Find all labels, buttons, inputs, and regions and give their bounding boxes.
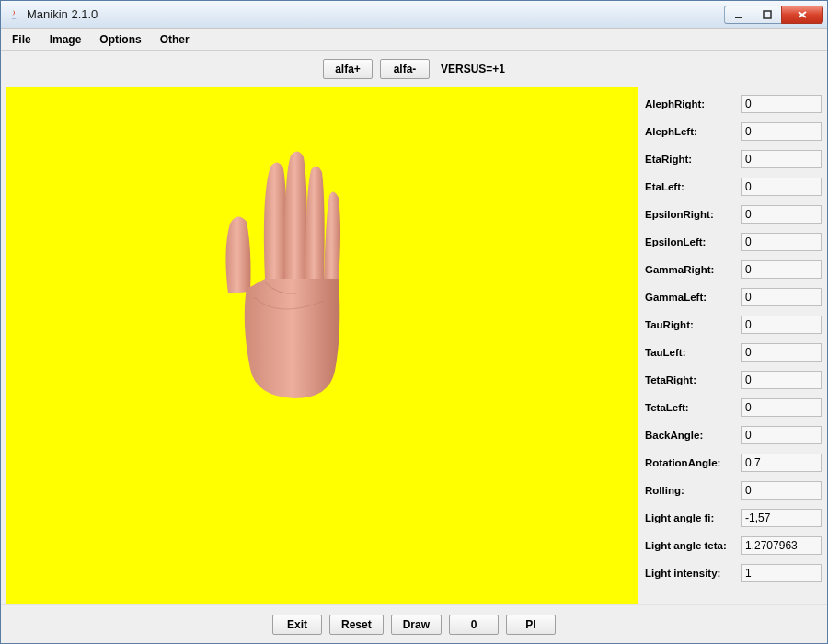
exit-button[interactable]: Exit (272, 615, 322, 635)
property-label: TauLeft: (645, 347, 737, 358)
property-input[interactable] (741, 454, 822, 472)
property-input[interactable] (741, 233, 822, 251)
property-input[interactable] (741, 481, 822, 500)
property-input[interactable] (741, 150, 822, 168)
main-area: AlephRight:AlephLeft:EtaRight:EtaLeft:Ep… (1, 87, 827, 604)
svg-rect-1 (764, 11, 771, 18)
menu-file[interactable]: File (3, 30, 40, 49)
window-title: Manikin 2.1.0 (27, 7, 725, 21)
property-label: Light intensity: (645, 568, 737, 579)
property-label: EtaLeft: (645, 181, 737, 192)
titlebar: Manikin 2.1.0 (1, 1, 827, 29)
property-label: EpsilonLeft: (645, 236, 737, 247)
close-icon (797, 10, 808, 19)
property-row: Light angle fi: (645, 505, 822, 531)
alfa-plus-button[interactable]: alfa+ (323, 59, 373, 79)
property-label: TetaLeft: (645, 402, 737, 413)
pi-button[interactable]: PI (506, 615, 556, 635)
viewport-canvas[interactable] (6, 87, 638, 604)
java-icon (6, 7, 21, 22)
property-label: GammaRight: (645, 264, 737, 275)
menu-options[interactable]: Options (90, 30, 150, 49)
property-input[interactable] (741, 398, 822, 417)
property-row: GammaRight: (645, 257, 822, 282)
property-input[interactable] (741, 260, 822, 279)
property-row: EtaRight: (645, 146, 822, 172)
property-input[interactable] (741, 426, 822, 444)
property-row: Light angle teta: (645, 533, 822, 558)
property-row: EpsilonLeft: (645, 229, 822, 255)
properties-panel: AlephRight:AlephLeft:EtaRight:EtaLeft:Ep… (645, 87, 822, 604)
property-input[interactable] (741, 316, 822, 334)
property-row: EtaLeft: (645, 174, 822, 200)
property-row: Rolling: (645, 477, 822, 503)
property-row: TetaRight: (645, 367, 822, 393)
property-row: AlephRight: (645, 91, 822, 117)
svg-rect-0 (735, 17, 742, 18)
property-label: GammaLeft: (645, 292, 737, 303)
property-input[interactable] (741, 95, 822, 113)
maximize-icon (763, 10, 772, 19)
property-label: Light angle teta: (645, 540, 737, 551)
hand-model (186, 139, 370, 406)
property-input[interactable] (741, 205, 822, 224)
property-row: BackAngle: (645, 422, 822, 448)
property-label: Rolling: (645, 485, 737, 496)
property-label: TauRight: (645, 319, 737, 330)
property-input[interactable] (741, 564, 822, 582)
maximize-button[interactable] (753, 6, 782, 24)
property-input[interactable] (741, 371, 822, 389)
minimize-icon (734, 10, 743, 19)
property-label: EtaRight: (645, 154, 737, 165)
zero-button[interactable]: 0 (449, 615, 499, 635)
minimize-button[interactable] (724, 6, 753, 24)
property-row: TetaLeft: (645, 395, 822, 420)
property-row: GammaLeft: (645, 284, 822, 310)
property-label: RotationAngle: (645, 457, 737, 468)
property-row: RotationAngle: (645, 450, 822, 476)
property-label: AlephRight: (645, 98, 737, 109)
versus-label: VERSUS=+1 (441, 63, 505, 75)
property-row: TauRight: (645, 312, 822, 338)
property-row: EpsilonRight: (645, 201, 822, 227)
menu-image[interactable]: Image (40, 30, 91, 49)
property-input[interactable] (741, 343, 822, 362)
property-label: EpsilonRight: (645, 209, 737, 220)
bottom-controls: Exit Reset Draw 0 PI (1, 604, 827, 643)
property-label: AlephLeft: (645, 126, 737, 137)
property-label: TetaRight: (645, 374, 737, 385)
window-controls (725, 6, 823, 24)
property-input[interactable] (741, 509, 822, 527)
property-row: AlephLeft: (645, 119, 822, 144)
property-label: Light angle fi: (645, 512, 737, 523)
top-controls: alfa+ alfa- VERSUS=+1 (1, 51, 827, 87)
property-input[interactable] (741, 536, 822, 555)
property-input[interactable] (741, 178, 822, 196)
menubar: File Image Options Other (1, 29, 827, 51)
property-row: TauLeft: (645, 339, 822, 365)
close-button[interactable] (781, 6, 823, 24)
alfa-minus-button[interactable]: alfa- (380, 59, 430, 79)
property-input[interactable] (741, 122, 822, 141)
property-row: Light intensity: (645, 560, 822, 586)
app-window: Manikin 2.1.0 File Image Options Other a… (0, 0, 828, 644)
reset-button[interactable]: Reset (329, 615, 384, 635)
menu-other[interactable]: Other (151, 30, 199, 49)
property-input[interactable] (741, 288, 822, 306)
property-label: BackAngle: (645, 430, 737, 441)
draw-button[interactable]: Draw (391, 615, 442, 635)
